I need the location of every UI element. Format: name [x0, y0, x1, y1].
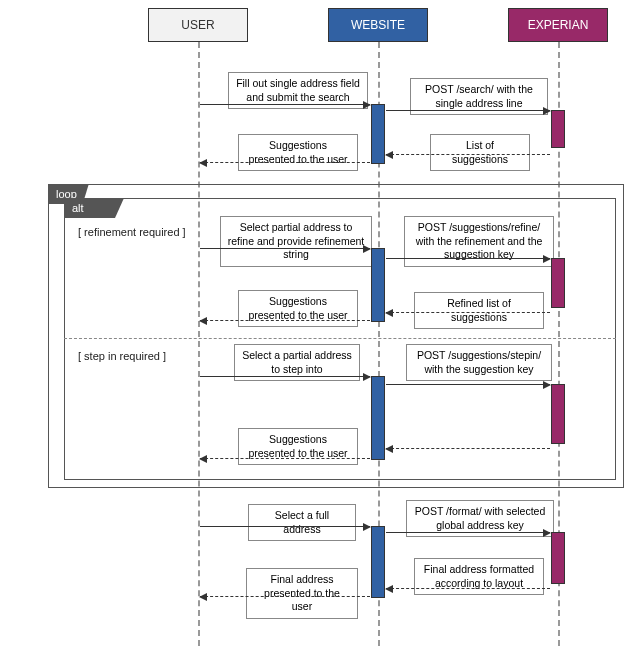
- alt-divider: [64, 338, 616, 339]
- arrow-select-partial-refine: [200, 248, 370, 249]
- arrow-select-full: [200, 526, 370, 527]
- activation-website-1: [371, 104, 385, 164]
- frame-alt-label: alt: [64, 198, 124, 218]
- arrow-fill-search: [200, 104, 370, 105]
- msg-select-full: Select a full address: [248, 504, 356, 541]
- activation-website-4: [371, 526, 385, 598]
- activation-experian-2: [551, 258, 565, 308]
- arrow-suggestions-presented: [200, 162, 370, 163]
- participant-experian-label: EXPERIAN: [528, 18, 589, 32]
- activation-website-2: [371, 248, 385, 322]
- guard-refinement: [ refinement required ]: [78, 226, 186, 238]
- msg-list-suggestions: List of suggestions: [430, 134, 530, 171]
- msg-suggestions-presented-2: Suggestions presented to the user: [238, 290, 358, 327]
- participant-website-label: WEBSITE: [351, 18, 405, 32]
- activation-experian-4: [551, 532, 565, 584]
- msg-suggestions-presented: Suggestions presented to the user: [238, 134, 358, 171]
- participant-experian: EXPERIAN: [508, 8, 608, 42]
- msg-final-formatted: Final address formatted according to lay…: [414, 558, 544, 595]
- arrow-post-stepin: [386, 384, 550, 385]
- arrow-suggestions-presented-2: [200, 320, 370, 321]
- msg-final-presented: Final address presented to the user: [246, 568, 358, 619]
- participant-website: WEBSITE: [328, 8, 428, 42]
- msg-post-stepin: POST /suggestions/stepin/ with the sugge…: [406, 344, 552, 381]
- arrow-post-format: [386, 532, 550, 533]
- msg-refined-list: Refined list of suggestions: [414, 292, 544, 329]
- arrow-final-formatted: [386, 588, 550, 589]
- arrow-post-search: [386, 110, 550, 111]
- arrow-suggestions-presented-3: [200, 458, 370, 459]
- guard-stepin: [ step in required ]: [78, 350, 166, 362]
- activation-experian-1: [551, 110, 565, 148]
- arrow-post-refine: [386, 258, 550, 259]
- participant-user: USER: [148, 8, 248, 42]
- arrow-list-suggestions: [386, 154, 550, 155]
- arrow-refined-list: [386, 312, 550, 313]
- msg-select-partial-refine: Select partial address to refine and pro…: [220, 216, 372, 267]
- arrow-final-presented: [200, 596, 370, 597]
- arrow-select-stepin: [200, 376, 370, 377]
- participant-user-label: USER: [181, 18, 214, 32]
- activation-experian-3: [551, 384, 565, 444]
- msg-suggestions-presented-3: Suggestions presented to the user: [238, 428, 358, 465]
- arrow-stepin-return: [386, 448, 550, 449]
- msg-post-refine: POST /suggestions/refine/ with the refin…: [404, 216, 554, 267]
- activation-website-3: [371, 376, 385, 460]
